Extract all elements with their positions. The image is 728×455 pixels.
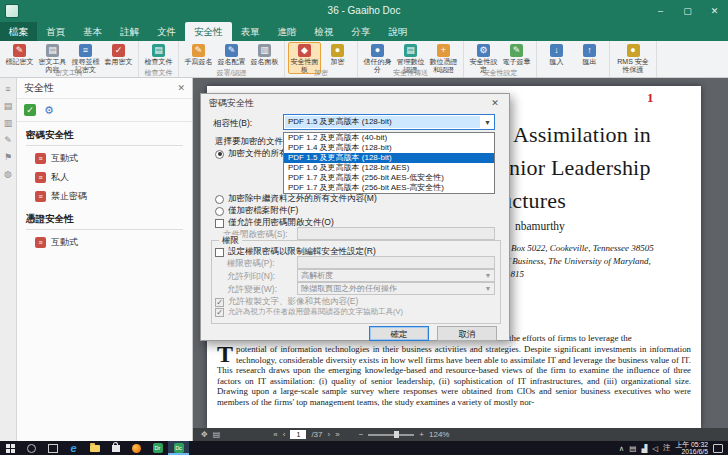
zoom-slider[interactable] [368, 434, 414, 436]
section-certificate-security[interactable]: 憑證安全性 [26, 213, 183, 230]
edge-taskbar-button[interactable]: e [63, 441, 84, 455]
signature-config-button[interactable]: ✎簽名配置 [215, 42, 248, 67]
export-button[interactable]: ↑匯出 [573, 42, 606, 67]
close-icon[interactable]: ✕ [701, 0, 728, 22]
action-center-icon[interactable] [713, 444, 723, 453]
minimize-icon[interactable]: – [647, 0, 674, 22]
tray-chevron-icon[interactable]: ∧ [619, 444, 625, 453]
menu-icon[interactable]: ≡ [5, 84, 10, 94]
search-button[interactable] [21, 441, 42, 455]
search-icon: ≡ [79, 44, 92, 57]
ribbon-group-encrypt: ◆安全性面板 ●加密 加密 [285, 41, 358, 77]
tab-basic[interactable]: 基本 [74, 22, 111, 41]
dropdown-option-selected[interactable]: PDF 1.5 及更高版本 (128-bit) [284, 153, 494, 163]
window-title: 36 - Gaaiho Doc [0, 0, 728, 22]
e-signature-button[interactable]: ✎電子簽章 [500, 42, 533, 67]
dropcap: T [217, 344, 236, 364]
zoom-in-icon[interactable]: + [419, 428, 424, 441]
taskbar-clock[interactable]: 上午 05:32 2016/6/5 [676, 441, 709, 455]
zoom-slider-knob[interactable] [394, 431, 399, 438]
policy-item-interactive[interactable]: ≡互動式 [26, 149, 183, 168]
apply-redaction-button[interactable]: ✓套用密文 [102, 42, 135, 67]
firefox-icon [132, 444, 141, 453]
allow-changes-label: 允許變更(W): [227, 284, 277, 296]
signature-panel-button[interactable]: ▥簽名面板 [248, 42, 281, 67]
annotations-panel-icon[interactable]: ✎ [4, 135, 12, 145]
tab-help[interactable]: 說明 [380, 22, 417, 41]
network-icon[interactable]: ▟ [641, 444, 647, 453]
dropdown-option[interactable]: PDF 1.2 及更高版本 (40-bit) [284, 133, 494, 143]
tab-file[interactable]: 檔案 [0, 22, 37, 41]
dropdown-option[interactable]: PDF 1.4 及更高版本 (128-bit) [284, 143, 494, 153]
signature-pen-icon: ✎ [192, 44, 205, 57]
examine-document-button[interactable]: ▤檢查文件 [142, 42, 175, 67]
file-explorer-button[interactable] [84, 441, 105, 455]
touch-keyboard-icon[interactable]: ▤ [629, 444, 636, 453]
compatibility-combobox[interactable]: PDF 1.5 及更高版本 (128-bit) ▼ [283, 114, 495, 130]
paper-title-line3: uctures [501, 188, 566, 214]
first-page-icon[interactable]: « [273, 428, 277, 441]
store-button[interactable] [105, 441, 126, 455]
layers-panel-icon[interactable]: ◍ [4, 169, 12, 179]
volume-icon[interactable]: ◁ [652, 444, 658, 453]
hand-tool-icon[interactable]: ✥ [201, 428, 208, 441]
last-page-icon[interactable]: » [335, 428, 339, 441]
compatibility-dropdown-list: PDF 1.2 及更高版本 (40-bit) PDF 1.4 及更高版本 (12… [283, 132, 495, 194]
dropdown-option[interactable]: PDF 1.6 及更高版本 (128-bit AES) [284, 163, 494, 173]
radio-encrypt-attachments[interactable]: 僅加密檔案附件(F) [215, 205, 298, 217]
firefox-button[interactable] [126, 441, 147, 455]
select-tool-icon[interactable]: ▤ [213, 428, 221, 441]
allow-changes-select: 除擷取頁面之外的任何操作▼ [297, 282, 495, 295]
identity-icon: ● [371, 44, 384, 57]
task-view-button[interactable] [42, 441, 63, 455]
dialog-close-icon[interactable]: ✕ [483, 98, 507, 108]
compatibility-label: 相容性(B): [213, 118, 252, 130]
tab-share[interactable]: 分享 [343, 22, 380, 41]
section-password-security[interactable]: 密碼安全性 [26, 129, 183, 146]
tab-view[interactable]: 檢視 [306, 22, 343, 41]
gaaiho-dc-button-active[interactable]: Dc [168, 441, 189, 455]
tab-form[interactable]: 表單 [232, 22, 269, 41]
sidebar-close-icon[interactable]: ✕ [177, 83, 185, 93]
tab-comment[interactable]: 註解 [111, 22, 148, 41]
dropdown-option[interactable]: PDF 1.7 及更高版本 (256-bit AES-低安全性) [284, 173, 494, 183]
handwritten-signature-button[interactable]: ✎手寫簽名 [182, 42, 215, 67]
new-policy-shield-icon[interactable]: ✓ [24, 104, 36, 116]
dropdown-option[interactable]: PDF 1.7 及更高版本 (256-bit AES-高安全性) [284, 183, 494, 193]
ime-indicator[interactable]: 注 [663, 443, 671, 453]
abstract-intro-fragment: the efforts of firms to leverage the [509, 333, 632, 343]
radio-icon [215, 207, 224, 216]
policy-item-private[interactable]: ≡私人 [26, 168, 183, 187]
panel-icon: ▥ [258, 44, 271, 57]
prev-page-icon[interactable]: ‹ [283, 428, 286, 441]
tab-home[interactable]: 首頁 [37, 22, 74, 41]
gaaiho-dr-button[interactable]: Dr [147, 441, 168, 455]
sidebar-gear-icon[interactable]: ⚙ [44, 104, 54, 116]
zoom-out-icon[interactable]: − [359, 428, 364, 441]
start-button[interactable] [0, 441, 21, 455]
maximize-icon[interactable]: ▢ [674, 0, 701, 22]
pages-panel-icon[interactable]: ▤ [4, 101, 13, 111]
tab-document[interactable]: 文件 [148, 22, 185, 41]
policy-item-no-password[interactable]: ≡禁止密碼 [26, 187, 183, 206]
checkbox-checked-icon: ✓ [215, 298, 224, 307]
ok-button[interactable]: 確定 [369, 326, 429, 341]
tab-security[interactable]: 安全性 [185, 22, 232, 41]
mark-redaction-button[interactable]: ✎標記密文 [3, 42, 36, 67]
chevron-down-icon: ▼ [481, 119, 494, 126]
flag-panel-icon[interactable]: ⚑ [4, 152, 12, 162]
ribbon-group-secure-send: ●信任的身分 ▤管理數位認證 +數位憑證和認證 安全性傳送 [358, 41, 464, 77]
current-page-input[interactable]: 1 [290, 430, 306, 439]
e-sign-icon: ✎ [510, 44, 523, 57]
import-button[interactable]: ↓匯入 [540, 42, 573, 67]
encrypt-button[interactable]: ●加密 [321, 42, 354, 67]
total-pages: /37 [311, 428, 322, 441]
bookmarks-panel-icon[interactable]: ▥ [4, 118, 13, 128]
apply-check-icon: ✓ [112, 44, 125, 57]
next-page-icon[interactable]: › [328, 428, 331, 441]
tab-advanced[interactable]: 進階 [269, 22, 306, 41]
policy-item-cert-interactive[interactable]: ≡互動式 [26, 233, 183, 252]
ribbon-group-sign: ✎手寫簽名 ✎簽名配置 ▥簽名面板 簽署/認證 [179, 41, 285, 77]
cancel-button[interactable]: 取消 [437, 326, 497, 341]
radio-encrypt-except-metadata[interactable]: 加密除中繼資料之外的所有文件內容(M) [215, 193, 377, 205]
